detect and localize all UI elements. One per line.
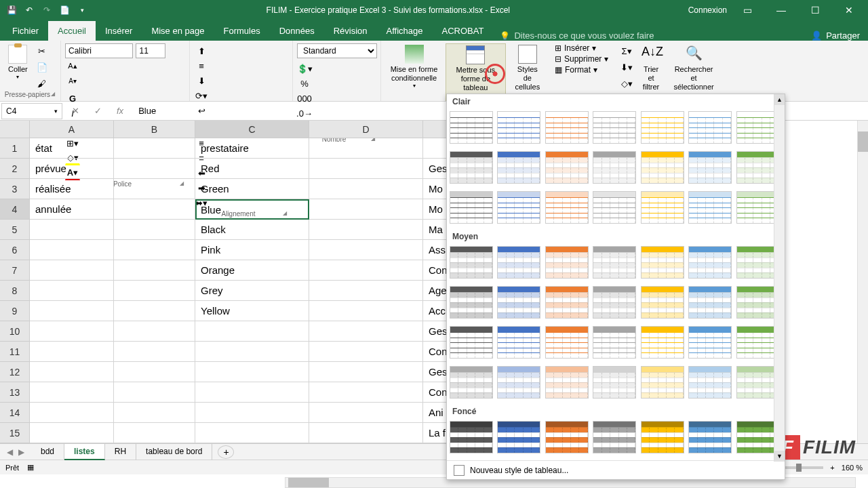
cell-B2[interactable]: [114, 159, 195, 179]
cell-D15[interactable]: [309, 423, 423, 443]
table-style-swatch[interactable]: [450, 366, 493, 399]
bold-button[interactable]: G: [65, 91, 80, 106]
new-table-style-button[interactable]: Nouveau style de tableau...: [447, 460, 785, 480]
increase-font-icon[interactable]: A▴: [65, 58, 80, 73]
cell-A11[interactable]: [30, 342, 114, 362]
fx-icon[interactable]: fx: [113, 106, 127, 116]
gallery-scrollbar[interactable]: ▲ ▼: [774, 94, 785, 462]
cell-B1[interactable]: [114, 138, 195, 159]
table-style-swatch[interactable]: [688, 326, 732, 359]
tell-me-search[interactable]: 💡 Dites-nous ce que vous voulez faire: [500, 30, 654, 41]
table-style-swatch[interactable]: [688, 246, 732, 279]
cell-D9[interactable]: [309, 301, 423, 321]
format-painter-icon[interactable]: 🖌: [35, 76, 50, 91]
row-header-7[interactable]: 7: [0, 260, 30, 281]
clear-icon[interactable]: ◇▾: [619, 76, 634, 91]
cell-A9[interactable]: [30, 301, 114, 321]
column-header-D[interactable]: D: [309, 121, 423, 138]
table-style-swatch[interactable]: [450, 151, 493, 184]
table-style-swatch[interactable]: [545, 366, 589, 399]
conditional-format-button[interactable]: Mise en forme conditionnelle▾: [385, 43, 443, 91]
cell-A12[interactable]: [30, 362, 114, 382]
table-style-swatch[interactable]: [545, 286, 589, 319]
row-header-12[interactable]: 12: [0, 362, 30, 382]
cell-C11[interactable]: [195, 342, 309, 362]
cell-C4[interactable]: Blue: [195, 199, 309, 220]
percent-icon[interactable]: %: [297, 76, 312, 91]
table-style-swatch[interactable]: [641, 111, 684, 144]
cell-A15[interactable]: [30, 423, 114, 443]
qat-dropdown-icon[interactable]: ▾: [76, 4, 88, 16]
table-style-swatch[interactable]: [593, 191, 636, 224]
row-header-1[interactable]: 1: [0, 138, 30, 159]
tab-fichier[interactable]: Fichier: [3, 21, 48, 41]
table-style-swatch[interactable]: [688, 286, 732, 319]
cell-D2[interactable]: [309, 159, 423, 179]
vertical-scrollbar[interactable]: [857, 121, 868, 443]
copy-icon[interactable]: 📄: [35, 60, 50, 75]
table-style-swatch[interactable]: [736, 326, 780, 359]
cell-A10[interactable]: [30, 321, 114, 342]
table-style-swatch[interactable]: [641, 366, 684, 399]
format-as-table-button[interactable]: Mettre sous forme de tableau▾: [446, 43, 506, 101]
table-style-swatch[interactable]: [450, 421, 493, 453]
select-all-corner[interactable]: [0, 121, 30, 138]
cell-C5[interactable]: Black: [195, 220, 309, 240]
zoom-level[interactable]: 160 %: [842, 464, 863, 472]
table-style-swatch[interactable]: [497, 326, 540, 359]
cell-C13[interactable]: [195, 382, 309, 403]
row-header-13[interactable]: 13: [0, 382, 30, 403]
table-style-swatch[interactable]: [497, 286, 540, 319]
delete-cells-button[interactable]: ⊟ Supprimer ▾: [555, 54, 611, 64]
cell-B4[interactable]: [114, 199, 195, 220]
sheet-tab-listes[interactable]: listes: [64, 444, 105, 460]
sheet-tab-RH[interactable]: RH: [105, 444, 136, 460]
row-header-14[interactable]: 14: [0, 403, 30, 423]
share-button[interactable]: 👤 Partager: [811, 30, 860, 41]
cell-C9[interactable]: Yellow: [195, 301, 309, 321]
number-format-select[interactable]: Standard: [297, 43, 377, 58]
cell-A1[interactable]: état: [30, 138, 114, 159]
row-header-15[interactable]: 15: [0, 423, 30, 443]
cell-B13[interactable]: [114, 382, 195, 403]
cell-C14[interactable]: [195, 403, 309, 423]
table-style-swatch[interactable]: [593, 246, 636, 279]
paste-button[interactable]: Coller ▾: [4, 43, 32, 82]
table-style-swatch[interactable]: [593, 366, 636, 399]
tab-acrobat[interactable]: ACROBAT: [433, 21, 494, 41]
cell-D14[interactable]: [309, 403, 423, 423]
table-style-swatch[interactable]: [736, 191, 780, 224]
cell-B3[interactable]: [114, 179, 195, 199]
insert-cells-button[interactable]: ⊞ Insérer ▾: [555, 43, 611, 53]
name-box-dropdown-icon[interactable]: ▾: [54, 108, 58, 115]
table-style-swatch[interactable]: [545, 421, 589, 453]
cell-A8[interactable]: [30, 281, 114, 301]
cell-C7[interactable]: Orange: [195, 260, 309, 281]
cell-D4[interactable]: [309, 199, 423, 220]
table-style-swatch[interactable]: [545, 191, 589, 224]
cell-B8[interactable]: [114, 281, 195, 301]
sort-filter-button[interactable]: A↓Z Trier et filtrer▾: [637, 43, 665, 100]
accounting-icon[interactable]: 💲▾: [297, 61, 312, 76]
gallery-scroll-down-icon[interactable]: ▼: [774, 451, 785, 462]
table-style-swatch[interactable]: [450, 111, 493, 144]
cell-D6[interactable]: [309, 240, 423, 260]
table-style-swatch[interactable]: [497, 151, 540, 184]
cell-A3[interactable]: réalisée: [30, 179, 114, 199]
cell-styles-button[interactable]: Styles de cellules▾: [509, 43, 547, 100]
table-style-swatch[interactable]: [641, 286, 684, 319]
table-style-swatch[interactable]: [545, 326, 589, 359]
fill-down-icon[interactable]: ⬇▾: [619, 60, 634, 75]
table-style-swatch[interactable]: [497, 111, 540, 144]
row-header-2[interactable]: 2: [0, 159, 30, 179]
sheet-nav-prev-icon[interactable]: ◀: [7, 447, 13, 457]
undo-icon[interactable]: ↶: [23, 4, 35, 16]
clipboard-launcher-icon[interactable]: ◢: [51, 91, 55, 97]
table-style-swatch[interactable]: [593, 326, 636, 359]
cell-D3[interactable]: [309, 179, 423, 199]
cell-D1[interactable]: [309, 138, 423, 159]
cell-C12[interactable]: [195, 362, 309, 382]
table-style-swatch[interactable]: [688, 366, 732, 399]
row-header-9[interactable]: 9: [0, 301, 30, 321]
column-header-C[interactable]: C: [195, 121, 309, 138]
